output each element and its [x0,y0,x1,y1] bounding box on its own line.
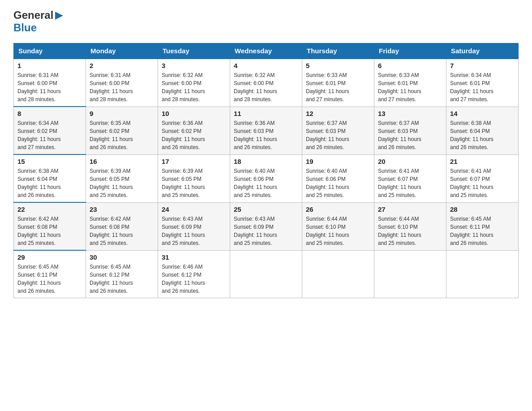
day-info: Sunrise: 6:38 AMSunset: 6:04 PMDaylight:… [450,119,515,151]
day-info: Sunrise: 6:39 AMSunset: 6:05 PMDaylight:… [162,167,226,199]
day-number: 10 [162,110,226,117]
day-info: Sunrise: 6:44 AMSunset: 6:10 PMDaylight:… [378,215,442,247]
empty-day-cell [446,250,519,298]
day-info: Sunrise: 6:43 AMSunset: 6:09 PMDaylight:… [162,215,226,247]
day-info: Sunrise: 6:40 AMSunset: 6:06 PMDaylight:… [306,167,370,199]
day-number: 5 [306,62,370,69]
calendar-day-cell: 28Sunrise: 6:45 AMSunset: 6:11 PMDayligh… [446,202,519,250]
calendar-day-cell: 15Sunrise: 6:38 AMSunset: 6:04 PMDayligh… [14,154,86,202]
calendar-day-cell: 17Sunrise: 6:39 AMSunset: 6:05 PMDayligh… [158,154,230,202]
calendar-day-cell: 5Sunrise: 6:33 AMSunset: 6:01 PMDaylight… [302,59,374,107]
day-info: Sunrise: 6:34 AMSunset: 6:01 PMDaylight:… [450,71,515,103]
calendar-day-cell: 20Sunrise: 6:41 AMSunset: 6:07 PMDayligh… [374,154,446,202]
calendar-day-cell: 26Sunrise: 6:44 AMSunset: 6:10 PMDayligh… [302,202,374,250]
day-number: 19 [306,158,370,165]
logo-blue-text: Blue [13,21,37,34]
col-header-sunday: Sunday [14,43,86,59]
day-info: Sunrise: 6:35 AMSunset: 6:02 PMDaylight:… [90,119,154,151]
calendar-day-cell: 25Sunrise: 6:43 AMSunset: 6:09 PMDayligh… [230,202,302,250]
logo-arrow-icon [54,11,64,21]
calendar-day-cell: 29Sunrise: 6:45 AMSunset: 6:11 PMDayligh… [14,250,86,298]
calendar-week-row: 29Sunrise: 6:45 AMSunset: 6:11 PMDayligh… [14,250,519,298]
day-info: Sunrise: 6:31 AMSunset: 6:00 PMDaylight:… [90,71,154,103]
day-number: 9 [90,110,154,117]
calendar-day-cell: 19Sunrise: 6:40 AMSunset: 6:06 PMDayligh… [302,154,374,202]
calendar-day-cell: 27Sunrise: 6:44 AMSunset: 6:10 PMDayligh… [374,202,446,250]
page-header: General Blue [13,9,519,34]
day-info: Sunrise: 6:32 AMSunset: 6:00 PMDaylight:… [234,71,298,103]
calendar-week-row: 8Sunrise: 6:34 AMSunset: 6:02 PMDaylight… [14,107,519,154]
col-header-friday: Friday [374,43,446,59]
day-number: 26 [306,206,370,213]
calendar-day-cell: 14Sunrise: 6:38 AMSunset: 6:04 PMDayligh… [446,107,519,154]
calendar-day-cell: 11Sunrise: 6:36 AMSunset: 6:03 PMDayligh… [230,107,302,154]
day-info: Sunrise: 6:39 AMSunset: 6:05 PMDaylight:… [90,167,154,199]
calendar-day-cell: 7Sunrise: 6:34 AMSunset: 6:01 PMDaylight… [446,59,519,107]
day-number: 20 [378,158,442,165]
day-number: 16 [90,158,154,165]
day-info: Sunrise: 6:31 AMSunset: 6:00 PMDaylight:… [17,71,82,103]
calendar-day-cell: 2Sunrise: 6:31 AMSunset: 6:00 PMDaylight… [86,59,158,107]
svg-marker-0 [55,12,63,20]
day-number: 13 [378,110,442,117]
day-number: 3 [162,62,226,69]
day-number: 6 [378,62,442,69]
day-number: 17 [162,158,226,165]
day-info: Sunrise: 6:36 AMSunset: 6:03 PMDaylight:… [234,119,298,151]
day-info: Sunrise: 6:36 AMSunset: 6:02 PMDaylight:… [162,119,226,151]
calendar-day-cell: 9Sunrise: 6:35 AMSunset: 6:02 PMDaylight… [86,107,158,154]
day-info: Sunrise: 6:42 AMSunset: 6:08 PMDaylight:… [90,215,154,247]
col-header-wednesday: Wednesday [230,43,302,59]
day-number: 11 [234,110,298,117]
calendar-day-cell: 18Sunrise: 6:40 AMSunset: 6:06 PMDayligh… [230,154,302,202]
day-info: Sunrise: 6:33 AMSunset: 6:01 PMDaylight:… [378,71,442,103]
calendar-day-cell: 12Sunrise: 6:37 AMSunset: 6:03 PMDayligh… [302,107,374,154]
day-number: 14 [450,110,515,117]
day-info: Sunrise: 6:42 AMSunset: 6:08 PMDaylight:… [17,215,82,247]
empty-day-cell [230,250,302,298]
col-header-tuesday: Tuesday [158,43,230,59]
day-info: Sunrise: 6:45 AMSunset: 6:11 PMDaylight:… [17,263,82,295]
day-number: 21 [450,158,515,165]
calendar-day-cell: 10Sunrise: 6:36 AMSunset: 6:02 PMDayligh… [158,107,230,154]
calendar-day-cell: 8Sunrise: 6:34 AMSunset: 6:02 PMDaylight… [14,107,86,154]
calendar-day-cell: 3Sunrise: 6:32 AMSunset: 6:00 PMDaylight… [158,59,230,107]
day-info: Sunrise: 6:37 AMSunset: 6:03 PMDaylight:… [378,119,442,151]
day-number: 28 [450,206,515,213]
calendar-day-cell: 1Sunrise: 6:31 AMSunset: 6:00 PMDaylight… [14,59,86,107]
empty-day-cell [302,250,374,298]
calendar-day-cell: 13Sunrise: 6:37 AMSunset: 6:03 PMDayligh… [374,107,446,154]
day-number: 1 [17,62,82,69]
day-info: Sunrise: 6:46 AMSunset: 6:12 PMDaylight:… [162,263,226,295]
calendar-day-cell: 31Sunrise: 6:46 AMSunset: 6:12 PMDayligh… [158,250,230,298]
day-number: 7 [450,62,515,69]
day-number: 24 [162,206,226,213]
day-number: 23 [90,206,154,213]
day-info: Sunrise: 6:33 AMSunset: 6:01 PMDaylight:… [306,71,370,103]
header-row: SundayMondayTuesdayWednesdayThursdayFrid… [14,43,519,59]
day-number: 8 [17,110,82,117]
calendar-day-cell: 22Sunrise: 6:42 AMSunset: 6:08 PMDayligh… [14,202,86,250]
day-info: Sunrise: 6:34 AMSunset: 6:02 PMDaylight:… [17,119,82,151]
empty-day-cell [374,250,446,298]
calendar-week-row: 15Sunrise: 6:38 AMSunset: 6:04 PMDayligh… [14,154,519,202]
day-info: Sunrise: 6:32 AMSunset: 6:00 PMDaylight:… [162,71,226,103]
day-info: Sunrise: 6:37 AMSunset: 6:03 PMDaylight:… [306,119,370,151]
day-number: 12 [306,110,370,117]
day-info: Sunrise: 6:38 AMSunset: 6:04 PMDaylight:… [17,167,82,199]
day-number: 30 [90,253,154,261]
calendar-day-cell: 30Sunrise: 6:45 AMSunset: 6:12 PMDayligh… [86,250,158,298]
calendar-day-cell: 6Sunrise: 6:33 AMSunset: 6:01 PMDaylight… [374,59,446,107]
day-number: 4 [234,62,298,69]
calendar-week-row: 22Sunrise: 6:42 AMSunset: 6:08 PMDayligh… [14,202,519,250]
day-number: 2 [90,62,154,69]
day-info: Sunrise: 6:41 AMSunset: 6:07 PMDaylight:… [378,167,442,199]
day-info: Sunrise: 6:43 AMSunset: 6:09 PMDaylight:… [234,215,298,247]
day-number: 31 [162,253,226,261]
calendar-week-row: 1Sunrise: 6:31 AMSunset: 6:00 PMDaylight… [14,59,519,107]
day-number: 18 [234,158,298,165]
day-number: 22 [17,206,82,213]
day-info: Sunrise: 6:44 AMSunset: 6:10 PMDaylight:… [306,215,370,247]
day-info: Sunrise: 6:45 AMSunset: 6:11 PMDaylight:… [450,215,515,247]
calendar-day-cell: 4Sunrise: 6:32 AMSunset: 6:00 PMDaylight… [230,59,302,107]
